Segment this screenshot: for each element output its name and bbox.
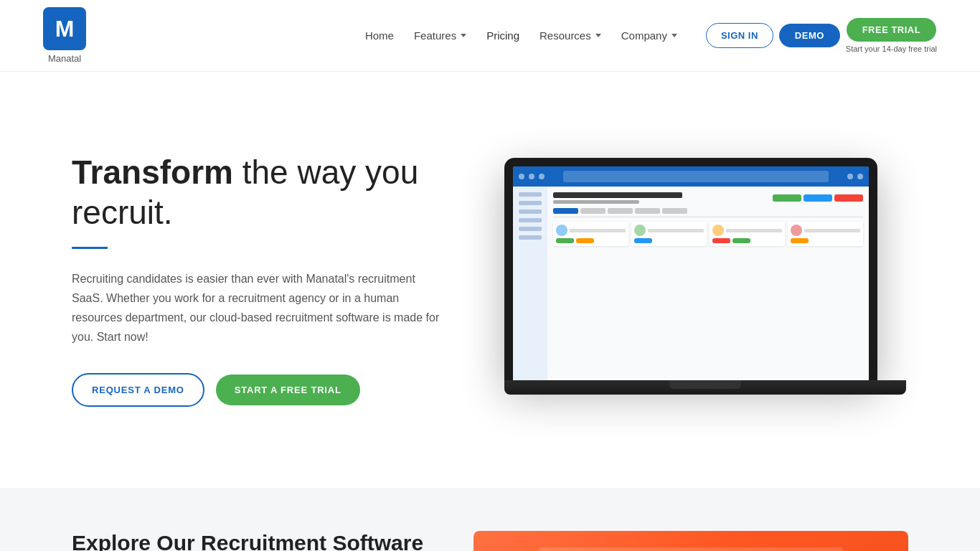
screen-card-row [634,225,704,236]
screen-card [553,222,628,246]
screen-sidebar-item [519,192,542,197]
screen-badge-row [712,238,782,243]
navigation: Home Features Pricing Resources Company … [357,18,937,53]
laptop-screen-inner [513,166,869,380]
screen-card-row [791,225,860,236]
screen-dot-5 [857,174,863,179]
screen-card [710,222,785,246]
hero-section: Transform the way you recruit. Recruitin… [0,72,980,488]
screen-badge-blue [804,194,832,202]
screen-text-line [804,229,860,232]
logo-name: Manatal [48,53,81,64]
below-hero-inner: Explore Our Recruitment Software Manatal… [72,531,908,551]
section-title: Explore Our Recruitment Software [72,531,430,551]
screen-badge-row [791,238,860,243]
screen-badge-green [773,194,801,202]
nav-features[interactable]: Features [405,24,475,47]
nav-home[interactable]: Home [357,24,402,47]
screen-mini-badge [791,238,809,243]
logo-letter: M [55,16,75,42]
screen-badge-row [634,238,704,243]
screen-sub-line [553,200,639,204]
screen-tab [608,208,633,214]
laptop-base [504,380,906,395]
screen-header-row [553,192,863,204]
screen-mini-badge [634,238,652,243]
screen-sidebar [513,187,547,380]
screen-dot-1 [519,174,524,179]
screen-mini-badge [576,238,594,243]
screen-sidebar-item [519,201,542,205]
screen-badge-row [773,194,863,202]
screen-title-line [553,192,682,198]
hero-description: Recruiting candidates is easier than eve… [72,269,445,347]
laptop-screen-outer [504,158,877,380]
resources-chevron-icon [595,34,601,37]
laptop-mockup [504,158,906,402]
screen-avatar [556,225,567,236]
nav-links: Home Features Pricing Resources Company [357,24,686,47]
demo-button[interactable]: DEMO [779,24,840,47]
free-trial-subtitle: Start your 14-day free trial [846,44,937,53]
below-hero-image [473,531,908,551]
screen-card-row [556,225,626,236]
hero-image [488,158,923,402]
screen-sidebar-item [519,218,542,222]
free-trial-button[interactable]: FREE TRIAL [847,18,937,42]
hero-content: Transform the way you recruit. Recruitin… [72,153,445,406]
screen-sidebar-item [519,235,542,240]
device-placeholder [473,531,908,551]
request-demo-button[interactable]: REQUEST A DEMO [72,373,204,407]
screen-main [547,187,869,380]
screen-card [788,222,863,246]
nav-pricing[interactable]: Pricing [478,24,528,47]
screen-tab-active [553,208,578,214]
screen-avatar [791,225,802,236]
screen-tab [662,208,687,214]
hero-divider [72,247,108,249]
screen-tabs [553,208,863,217]
screen-tab [580,208,606,214]
screen-toolbar [513,166,869,187]
screen-grid [553,222,863,246]
start-trial-button[interactable]: START A FREE TRIAL [216,375,360,405]
screen-text-line [648,229,704,232]
screen-mini-badge [712,238,730,243]
screen-badge-row [556,238,626,243]
screen-sidebar-item [519,209,542,214]
screen-tab [635,208,660,214]
features-chevron-icon [461,34,466,37]
screen-body [513,187,869,380]
header: M Manatal Home Features Pricing Resource… [0,0,980,72]
screen-avatar [712,225,724,236]
screen-card-row [712,225,782,236]
screen-dot-2 [529,174,534,179]
screen-mini-badge [732,238,750,243]
hero-buttons: REQUEST A DEMO START A FREE TRIAL [72,373,445,407]
signin-button[interactable]: SIGN IN [706,23,773,48]
screen-text-line [570,229,626,232]
free-trial-container: FREE TRIAL Start your 14-day free trial [846,18,937,53]
nav-company[interactable]: Company [613,24,686,47]
screen-dot-3 [539,174,545,179]
logo-icon: M [43,7,86,50]
below-hero-section: Explore Our Recruitment Software Manatal… [0,488,980,551]
below-hero-content: Explore Our Recruitment Software Manatal… [72,531,430,551]
screen-avatar [634,225,646,236]
device-screen [539,547,843,552]
company-chevron-icon [672,34,677,37]
screen-text-line [726,229,782,232]
nav-resources[interactable]: Resources [531,24,610,47]
screen-address-bar [563,171,829,182]
logo[interactable]: M Manatal [43,7,86,64]
screen-card [631,222,707,246]
screen-badge-red [834,194,863,202]
screen-sidebar-item [519,227,542,231]
screen-mini-badge [556,238,574,243]
screen-dot-4 [847,174,853,179]
hero-title: Transform the way you recruit. [72,153,445,232]
screen-title-block [553,192,768,204]
